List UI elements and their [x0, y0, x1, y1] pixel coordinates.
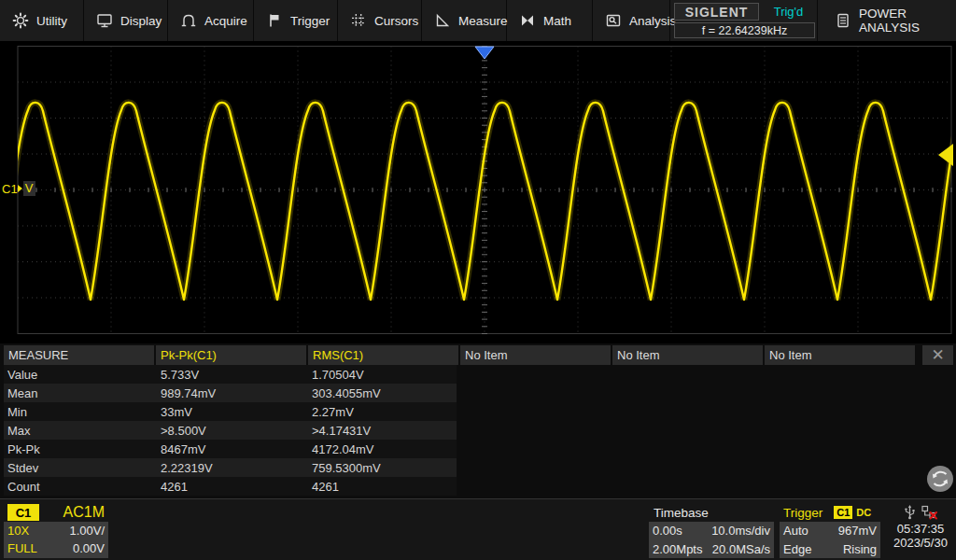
measure-close-button[interactable]: ✕ [922, 345, 953, 365]
channel1-bandwidth: FULL [7, 541, 37, 555]
menu-analysis-label: Analysis [629, 14, 676, 28]
measure-col-noitem-2[interactable]: No Item [612, 345, 763, 365]
menu-trigger-label: Trigger [290, 14, 330, 28]
waveform-display[interactable]: C1 V [0, 41, 956, 343]
menu-display-label: Display [120, 14, 162, 28]
status-cluster: SIGLENT Trig'd f = 22.64239kHz [670, 0, 818, 41]
waveform-plot-svg [0, 41, 956, 343]
measure-header-row: MEASURE Pk-Pk(C1) RMS(C1) No Item No Ite… [4, 345, 915, 365]
row-rms-value: 2.27mV [312, 405, 457, 419]
menu-measure-label: Measure [458, 14, 508, 28]
timebase-descriptor[interactable]: Timebase 0.00s 10.0ms/div 2.00Mpts 20.0M… [649, 503, 774, 558]
grid-icon [350, 12, 367, 29]
flag-icon [266, 12, 283, 29]
measure-col-noitem-1[interactable]: No Item [460, 345, 611, 365]
row-rms-value: 4261 [312, 480, 457, 494]
lan-disconnected-icon[interactable] [921, 505, 937, 520]
table-row-value: Value 5.733V 1.70504V [4, 365, 457, 384]
brand-logo: SIGLENT [674, 3, 759, 21]
measure-col-rms[interactable]: RMS(C1) [308, 345, 458, 365]
measure-panel: MEASURE Pk-Pk(C1) RMS(C1) No Item No Ite… [0, 343, 956, 499]
row-label: Stdev [4, 461, 161, 475]
arch-icon [180, 12, 197, 29]
channel1-descriptor[interactable]: C1 AC1M 10X 1.00V/ FULL 0.00V [4, 503, 108, 558]
row-pkpk-value: 33mV [161, 405, 312, 419]
clock-date: 2023/5/30 [893, 536, 948, 550]
row-rms-value: 303.4055mV [312, 386, 457, 400]
row-label: Pk-Pk [4, 442, 161, 456]
trigger-source-badge: C1 [834, 506, 852, 519]
row-rms-value: 759.5300mV [312, 461, 457, 475]
channel1-offset-label: C1 [2, 182, 18, 196]
channel1-offset-marker[interactable]: C1 V [2, 181, 35, 196]
channel1-attenuation: 10X [7, 524, 29, 538]
magnifier-box-icon [605, 12, 622, 29]
channel1-coupling: AC1M [63, 504, 105, 521]
bowtie-icon [519, 12, 536, 29]
row-label: Count [4, 480, 161, 494]
clock-panel: 05:37:35 2023/5/30 [887, 503, 954, 558]
table-row-max: Max >8.500V >4.17431V [4, 421, 457, 440]
trigger-type: Edge [783, 542, 838, 556]
menu-analysis[interactable]: Analysis [593, 0, 670, 41]
timebase-title: Timebase [649, 503, 774, 522]
trigger-descriptor[interactable]: Trigger C1 DC Auto 967mV Edge Rising [780, 503, 880, 558]
row-label: Value [4, 368, 161, 382]
menu-acquire[interactable]: Acquire [168, 0, 254, 41]
set-square-icon [434, 12, 451, 29]
monitor-icon [96, 12, 113, 29]
trigger-coupling: DC [856, 507, 871, 518]
measure-col-noitem-3[interactable]: No Item [765, 345, 915, 365]
trigger-title: Trigger [783, 506, 822, 520]
clock-time: 05:37:35 [897, 522, 945, 536]
row-pkpk-value: 2.22319V [161, 461, 312, 475]
channel1-badge[interactable]: C1 [7, 504, 39, 521]
table-row-mean: Mean 989.74mV 303.4055mV [4, 384, 457, 402]
row-rms-value: 1.70504V [312, 368, 457, 382]
menu-math[interactable]: Math [507, 0, 593, 41]
row-pkpk-value: 989.74mV [161, 386, 312, 400]
trigger-level-marker[interactable] [938, 144, 953, 166]
measure-rows: Value 5.733V 1.70504V Mean 989.74mV 303.… [4, 365, 457, 496]
measure-col-pkpk[interactable]: Pk-Pk(C1) [156, 345, 306, 365]
channel1-scale: 1.00V/ [69, 524, 105, 538]
timebase-samplerate: 20.0MSa/s [711, 542, 770, 556]
menu-measure[interactable]: Measure [422, 0, 507, 41]
table-row-count: Count 4261 4261 [4, 477, 457, 496]
menu-math-label: Math [543, 14, 571, 28]
trigger-status-badge: Trig'd [762, 3, 815, 21]
usb-icon[interactable] [904, 505, 916, 520]
measure-col-header: MEASURE [4, 345, 154, 365]
menu-utility-label: Utility [36, 14, 67, 28]
frequency-readout: f = 22.64239kHz [674, 22, 815, 38]
trigger-position-marker[interactable] [475, 47, 494, 59]
menu-power-analysis[interactable]: POWER ANALYSIS [818, 0, 956, 41]
trigger-level: 967mV [838, 524, 877, 538]
status-bar: C1 AC1M 10X 1.00V/ FULL 0.00V Timebase [0, 498, 956, 560]
channel1-offset-arrow-icon [18, 185, 22, 192]
row-label: Min [4, 405, 161, 419]
table-row-pkpk: Pk-Pk 8467mV 4172.04mV [4, 440, 457, 458]
row-rms-value: >4.17431V [312, 424, 457, 438]
touch-gesture-icon[interactable] [926, 465, 954, 493]
row-rms-value: 4172.04mV [312, 442, 457, 456]
menu-trigger[interactable]: Trigger [254, 0, 338, 41]
timebase-delay: 0.00s [653, 524, 711, 538]
timebase-points: 2.00Mpts [653, 542, 711, 556]
menu-cursors[interactable]: Cursors [338, 0, 422, 41]
table-row-stdev: Stdev 2.22319V 759.5300mV [4, 458, 457, 477]
oscilloscope-screen: Utility Display Acquire Trigger [0, 0, 956, 560]
channel1-unit-label: V [23, 181, 36, 196]
row-pkpk-value: 5.733V [161, 368, 312, 382]
menu-acquire-label: Acquire [204, 14, 247, 28]
trigger-mode: Auto [783, 524, 838, 538]
menu-display[interactable]: Display [84, 0, 168, 41]
trigger-slope: Rising [838, 542, 877, 556]
timebase-scale: 10.0ms/div [711, 524, 770, 538]
menu-utility[interactable]: Utility [0, 0, 84, 41]
menu-bar: Utility Display Acquire Trigger [0, 0, 956, 41]
table-row-min: Min 33mV 2.27mV [4, 402, 457, 421]
row-pkpk-value: 8467mV [161, 442, 312, 456]
menu-power-analysis-label: POWER ANALYSIS [859, 7, 956, 35]
row-pkpk-value: 4261 [161, 480, 312, 494]
